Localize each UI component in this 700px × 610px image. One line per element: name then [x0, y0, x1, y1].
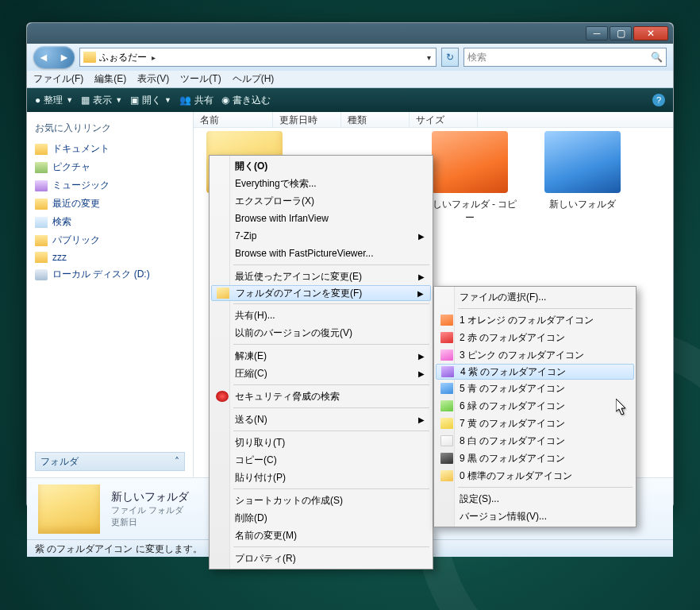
col-name[interactable]: 名前 [194, 112, 273, 127]
sidebar-item-disk-d[interactable]: ローカル ディスク (D:) [35, 265, 185, 284]
ctx-thaw[interactable]: 解凍(E)▶ [211, 347, 431, 365]
col-size[interactable]: サイズ [410, 112, 478, 127]
sub-select-file[interactable]: ファイルの選択(F)... [436, 288, 634, 306]
details-title: 新しいフォルダ [111, 490, 189, 504]
folder-orange-icon [440, 315, 453, 326]
refresh-button[interactable]: ↻ [441, 48, 459, 67]
ctx-paste[interactable]: 貼り付け(P) [211, 469, 431, 486]
ctx-irfanview[interactable]: Browse with IrfanView [211, 210, 431, 227]
sub-settings[interactable]: 設定(S)... [436, 490, 634, 508]
submenu-arrow-icon: ▶ [418, 352, 425, 361]
sub-purple[interactable]: 4 紫 のフォルダアイコン [436, 364, 634, 380]
sub-yellow[interactable]: 7 黄 のフォルダアイコン [436, 415, 634, 432]
help-button[interactable]: ? [652, 94, 665, 106]
ctx-create-shortcut[interactable]: ショートカットの作成(S) [211, 492, 431, 509]
sidebar-item-pictures[interactable]: ピクチャ [35, 158, 185, 176]
disk-icon [35, 269, 48, 280]
sub-red[interactable]: 2 赤 のフォルダアイコン [436, 329, 634, 346]
submenu-arrow-icon: ▶ [417, 289, 424, 298]
chevron-up-icon: ˄ [175, 456, 179, 467]
ctx-previous-versions[interactable]: 以前のバージョンの復元(V) [211, 324, 431, 342]
menu-edit[interactable]: 編集(E) [94, 72, 126, 86]
cmd-organize[interactable]: ● 整理 ▼ [35, 94, 73, 107]
menu-view[interactable]: 表示(V) [137, 72, 169, 86]
sidebar-item-recent[interactable]: 最近の変更 [35, 195, 185, 213]
folder-label: 新しいフォルダ - コピー [422, 198, 517, 225]
cmd-view[interactable]: ▦ 表示 ▼ [81, 94, 122, 107]
folder-black-icon [440, 453, 453, 464]
ctx-share[interactable]: 共有(H)... [211, 307, 431, 324]
sub-orange[interactable]: 1 オレンジ のフォルダアイコン [436, 311, 634, 329]
sub-pink[interactable]: 3 ピンク のフォルダアイコン [436, 346, 634, 364]
menu-help[interactable]: ヘルプ(H) [233, 72, 275, 86]
address-dropdown-icon[interactable]: ▾ [425, 53, 433, 62]
sidebar-item-public[interactable]: パブリック [35, 231, 185, 249]
close-button[interactable]: ✕ [633, 26, 668, 41]
pictures-icon [35, 162, 48, 173]
ctx-rename[interactable]: 名前の変更(M) [211, 527, 431, 544]
search-input[interactable]: 検索 🔍 [463, 48, 667, 67]
folder-icon [83, 52, 96, 63]
folder-item-blue[interactable]: 新しいフォルダ [535, 131, 630, 211]
folder-pink-icon [440, 349, 453, 361]
ctx-properties[interactable]: プロパティ(R) [211, 550, 431, 567]
ctx-recent-icon[interactable]: 最近使ったアイコンに変更(E)▶ [211, 268, 431, 285]
sidebar-item-music[interactable]: ミュージック [35, 176, 185, 195]
sub-green[interactable]: 6 緑 のフォルダアイコン [436, 397, 634, 415]
sub-version[interactable]: バージョン情報(V)... [436, 508, 634, 525]
breadcrumb-arrow-icon[interactable]: ▸ [150, 53, 157, 62]
ctx-compress[interactable]: 圧縮(C)▶ [211, 365, 431, 382]
sub-standard[interactable]: 0 標準のフォルダアイコン [436, 467, 634, 485]
address-text: ふぉるだー [99, 51, 147, 64]
folder-standard-icon [440, 470, 453, 481]
menubar: ファイル(F) 編集(E) 表示(V) ツール(T) ヘルプ(H) [27, 71, 673, 88]
details-folder-icon [38, 485, 100, 534]
sub-black[interactable]: 9 黒 のフォルダアイコン [436, 450, 634, 467]
ctx-cut[interactable]: 切り取り(T) [211, 434, 431, 451]
music-icon [35, 180, 48, 191]
ctx-7zip[interactable]: 7-Zip▶ [211, 227, 431, 245]
folder-label: 新しいフォルダ [535, 198, 630, 211]
ctx-explorer[interactable]: エクスプローラ(X) [211, 192, 431, 210]
folder-white-icon [440, 435, 453, 446]
col-type[interactable]: 種類 [341, 112, 410, 127]
nav-row: ◄ ► ふぉるだー ▸ ▾ ↻ 検索 🔍 [27, 44, 673, 71]
maximize-button[interactable]: ▢ [610, 26, 632, 41]
sidebar-item-documents[interactable]: ドキュメント [35, 140, 185, 158]
sidebar-item-search[interactable]: 検索 [35, 213, 185, 231]
menu-file[interactable]: ファイル(F) [33, 72, 83, 86]
command-bar: ● 整理 ▼ ▦ 表示 ▼ ▣ 開く ▼ 👥 共有 ◉ 書き込む ? [27, 88, 673, 112]
submenu-arrow-icon: ▶ [418, 369, 425, 378]
ctx-fastpicture[interactable]: Browse with FastPictureViewer... [211, 245, 431, 262]
cmd-burn[interactable]: ◉ 書き込む [221, 94, 271, 107]
favorites-header: お気に入りリンク [35, 122, 185, 135]
ctx-everything[interactable]: Everythingで検索... [211, 175, 431, 192]
ctx-delete[interactable]: 削除(D) [211, 509, 431, 527]
sub-white[interactable]: 8 白 のフォルダアイコン [436, 432, 634, 450]
ctx-security-scan[interactable]: セキュリティ脅威の検索 [211, 388, 431, 405]
security-icon [216, 391, 229, 402]
col-date[interactable]: 更新日時 [273, 112, 341, 127]
nav-back-forward[interactable]: ◄ ► [33, 46, 75, 68]
search-placeholder: 検索 [467, 51, 487, 64]
menu-tools[interactable]: ツール(T) [180, 72, 221, 86]
sidebar-item-zzz[interactable]: zzz [35, 249, 185, 265]
ctx-copy[interactable]: コピー(C) [211, 451, 431, 469]
folders-tree-header[interactable]: フォルダ˄ [35, 452, 185, 471]
folder-blue-icon [440, 383, 453, 394]
address-bar[interactable]: ふぉるだー ▸ ▾ [79, 48, 437, 67]
cmd-open[interactable]: ▣ 開く ▼ [130, 94, 171, 107]
ctx-change-folder-icon[interactable]: フォルダのアイコンを変更(F)▶ [211, 285, 431, 301]
forward-icon: ► [59, 51, 70, 64]
zzz-icon [35, 252, 48, 263]
minimize-button[interactable]: ─ [586, 26, 608, 41]
submenu-arrow-icon: ▶ [418, 415, 425, 424]
documents-icon [35, 144, 48, 155]
ctx-send-to[interactable]: 送る(N)▶ [211, 411, 431, 428]
ctx-open[interactable]: 開く(O) [211, 157, 431, 175]
sidebar: お気に入りリンク ドキュメント ピクチャ ミュージック 最近の変更 検索 パブリ… [27, 112, 194, 477]
sub-blue[interactable]: 5 青 のフォルダアイコン [436, 380, 634, 397]
cmd-share[interactable]: 👥 共有 [179, 94, 213, 107]
folder-green-icon [440, 400, 453, 411]
folder-item-orange[interactable]: 新しいフォルダ - コピー [422, 131, 517, 225]
